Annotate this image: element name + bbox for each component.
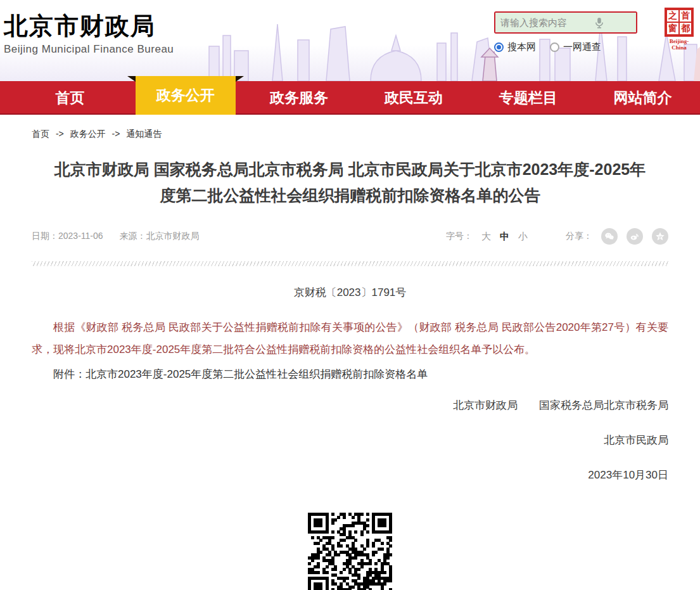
nav-item-home[interactable]: 首页 xyxy=(13,81,127,115)
capital-window-seal-icon: 之 首 窗 都 xyxy=(665,8,694,37)
search-area: 搜本网 一网通查 xyxy=(494,11,640,53)
nav-item-gov-disclosure[interactable]: 政务公开 xyxy=(127,81,242,115)
weibo-share-icon[interactable] xyxy=(627,228,643,245)
signature-block: 北京市财政局 国家税务总局北京市税务局 北京市民政局 2023年10月30日 xyxy=(32,398,668,482)
breadcrumb: 首页 -> 政务公开 -> 通知通告 xyxy=(32,116,668,140)
signature-date: 2023年10月30日 xyxy=(32,468,668,482)
site-logo[interactable]: 北京市财政局 Beijing Municipal Finance Bureau xyxy=(4,13,174,56)
search-scope-options: 搜本网 一网通查 xyxy=(494,41,640,53)
seal-char: 首 xyxy=(679,10,692,22)
radio-selected-icon xyxy=(494,42,504,52)
qzone-share-icon[interactable] xyxy=(652,228,668,245)
site-header: 北京市财政局 Beijing Municipal Finance Bureau xyxy=(0,0,700,81)
article-page: 首页 -> 政务公开 -> 通知通告 北京市财政局 国家税务总局北京市税务局 北… xyxy=(0,116,700,590)
capital-window-logo[interactable]: 之 首 窗 都 Beijing-China xyxy=(663,8,696,51)
article-meta: 日期：2023-11-06 来源：北京市财政局 字号： 大 中 小 分享： xyxy=(32,228,668,245)
nav-item-site-intro[interactable]: 网站简介 xyxy=(585,81,700,115)
seal-char: 都 xyxy=(679,22,692,35)
document-number: 京财税〔2023〕1791号 xyxy=(32,285,668,300)
seal-caption: Beijing-China xyxy=(663,38,696,51)
site-title: 北京市财政局 xyxy=(4,13,174,41)
qr-code-container xyxy=(32,513,668,590)
search-box xyxy=(494,11,637,34)
wechat-share-icon[interactable] xyxy=(601,228,618,245)
attachment-line[interactable]: 附件：北京市2023年度-2025年度第二批公益性社会组织捐赠税前扣除资格名单 xyxy=(32,367,668,382)
seal-char: 之 xyxy=(666,10,679,22)
breadcrumb-home[interactable]: 首页 xyxy=(32,129,49,139)
qr-code xyxy=(308,513,392,590)
scope-label: 搜本网 xyxy=(507,41,536,53)
article-date: 日期：2023-11-06 xyxy=(32,231,103,242)
breadcrumb-notices[interactable]: 通知通告 xyxy=(126,129,162,139)
article-paragraph: 根据《财政部 税务总局 民政部关于公益性捐赠税前扣除有关事项的公告》（财政部 税… xyxy=(32,316,668,361)
radio-unselected-icon xyxy=(550,42,559,52)
scope-radio-site[interactable]: 搜本网 xyxy=(494,41,536,53)
article-title: 北京市财政局 国家税务总局北京市税务局 北京市民政局关于北京市2023年度-20… xyxy=(49,157,651,208)
scope-label: 一网通查 xyxy=(563,41,601,53)
scope-radio-network[interactable]: 一网通查 xyxy=(550,41,601,53)
site-title-english: Beijing Municipal Finance Bureau xyxy=(4,43,174,56)
seal-char: 窗 xyxy=(666,22,679,35)
search-input[interactable] xyxy=(495,13,637,32)
breadcrumb-separator: -> xyxy=(56,129,64,139)
hatched-divider xyxy=(32,261,668,266)
font-size-small-button[interactable]: 小 xyxy=(518,231,528,243)
breadcrumb-separator: -> xyxy=(112,129,120,139)
active-nav-tab[interactable]: 政务公开 xyxy=(136,76,236,115)
font-size-medium-button[interactable]: 中 xyxy=(500,231,509,243)
microphone-icon[interactable] xyxy=(594,17,604,29)
signature-civil-affairs: 北京市民政局 xyxy=(32,433,668,447)
signature-agencies: 北京市财政局 国家税务总局北京市税务局 xyxy=(32,398,668,413)
nav-item-interaction[interactable]: 政民互动 xyxy=(356,81,471,115)
article-source: 来源：北京市财政局 xyxy=(120,231,200,242)
nav-item-gov-services[interactable]: 政务服务 xyxy=(242,81,357,115)
font-size-large-button[interactable]: 大 xyxy=(481,231,491,243)
main-nav: 首页 政务公开 政务服务 政民互动 专题栏目 网站简介 xyxy=(0,81,700,115)
font-size-label: 字号： xyxy=(446,231,473,242)
nav-item-special-columns[interactable]: 专题栏目 xyxy=(471,81,585,115)
breadcrumb-gov-disclosure[interactable]: 政务公开 xyxy=(70,129,106,139)
share-label: 分享： xyxy=(566,231,592,242)
